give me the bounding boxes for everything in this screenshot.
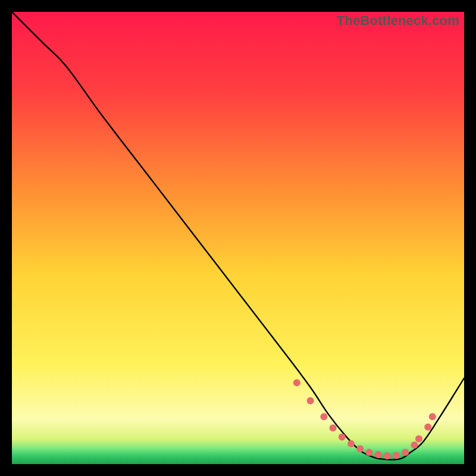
data-point (293, 379, 300, 386)
data-point (365, 449, 372, 456)
data-point (347, 440, 355, 447)
data-point (320, 413, 327, 420)
data-point (375, 451, 382, 458)
data-point (424, 424, 431, 431)
data-point (356, 445, 364, 452)
data-point (330, 424, 337, 431)
data-point (307, 397, 314, 405)
data-point (415, 435, 422, 442)
watermark-text: TheBottleneck.com (337, 13, 459, 29)
gradient-background (12, 12, 464, 464)
bottleneck-chart (12, 12, 464, 464)
data-point (429, 413, 436, 420)
data-point (384, 452, 391, 459)
data-point (339, 433, 346, 440)
data-point (393, 452, 400, 459)
data-point (402, 449, 409, 456)
chart-frame: TheBottleneck.com (12, 12, 464, 464)
data-point (411, 441, 418, 449)
